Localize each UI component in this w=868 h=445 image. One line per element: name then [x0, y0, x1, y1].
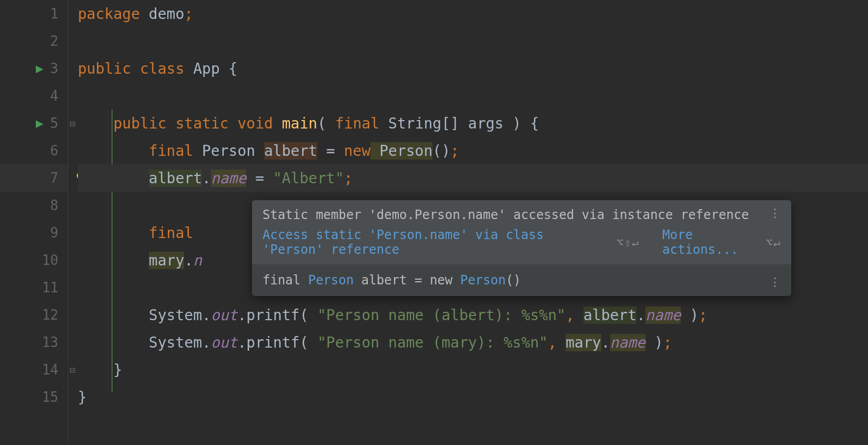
doc-menu-icon[interactable]: ⋮ — [769, 275, 782, 289]
line-number: 15 — [37, 389, 58, 405]
inspection-message: Static member 'demo.Person.name' accesse… — [263, 207, 781, 222]
line-number: 10 — [37, 252, 58, 268]
more-actions-shortcut: ⌥↵ — [766, 236, 781, 249]
more-actions-link[interactable]: More actions... — [662, 228, 754, 257]
run-icon[interactable]: ▶ — [36, 116, 43, 131]
code-line-13[interactable]: System.out.printf( "Person name (mary): … — [78, 329, 868, 356]
code-line-7[interactable]: albert.name = "Albert"; — [78, 164, 868, 192]
line-number: 7 — [37, 170, 58, 186]
quickfix-shortcut: ⌥⇧↵ — [617, 236, 639, 249]
code-line-6[interactable]: final Person albert = new Person(); — [78, 137, 868, 164]
code-editor[interactable]: 1 2 3 ▶ 4 5 ▶ ⊟ 6 7 💡 8 9 10 11 12 13 14… — [0, 0, 868, 445]
line-number: 1 — [37, 6, 58, 22]
run-icon[interactable]: ▶ — [36, 61, 43, 76]
popup-menu-icon[interactable]: ⋮ — [769, 206, 782, 220]
code-line-3[interactable]: public class App { — [78, 55, 868, 82]
gutter: 1 2 3 ▶ 4 5 ▶ ⊟ 6 7 💡 8 9 10 11 12 13 14… — [0, 0, 68, 445]
code-line-14[interactable]: } — [78, 356, 868, 383]
line-number: 14 — [37, 362, 58, 378]
inspection-popup: Static member 'demo.Person.name' accesse… — [252, 200, 791, 296]
code-line-2[interactable] — [78, 27, 868, 55]
line-number: 13 — [37, 334, 58, 350]
quickfix-link[interactable]: Access static 'Person.name' via class 'P… — [263, 228, 605, 257]
quick-doc: final Person albert = new Person() ⋮ — [252, 264, 791, 296]
code-line-4[interactable] — [78, 82, 868, 110]
code-area[interactable]: package demo; public class App { public … — [68, 0, 868, 445]
code-line-5[interactable]: public static void main( final String[] … — [78, 110, 868, 137]
code-line-12[interactable]: System.out.printf( "Person name (albert)… — [78, 301, 868, 329]
line-number: 12 — [37, 307, 58, 323]
line-number: 4 — [37, 88, 58, 104]
line-number: 2 — [37, 33, 58, 49]
line-number: 8 — [37, 197, 58, 213]
code-line-1[interactable]: package demo; — [78, 0, 868, 27]
code-line-15[interactable]: } — [78, 383, 868, 411]
line-number: 11 — [37, 280, 58, 295]
line-number: 6 — [37, 143, 58, 159]
line-number: 9 — [37, 225, 58, 241]
